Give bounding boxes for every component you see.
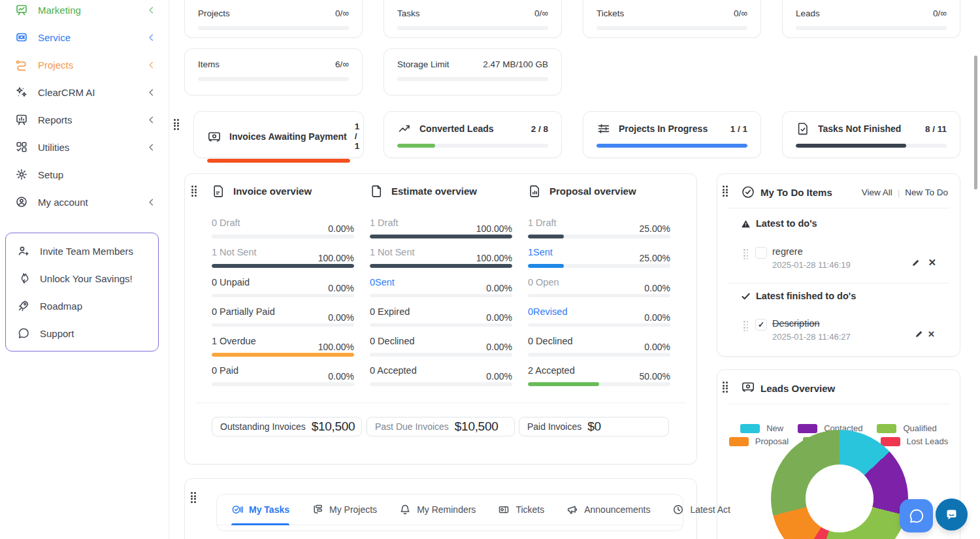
- new-todo-link[interactable]: New To Do: [905, 188, 948, 197]
- todo-checkbox-checked[interactable]: ✓: [755, 319, 767, 331]
- usage-card-value: 0/∞: [734, 8, 747, 18]
- overview-title: Invoice overview: [233, 186, 312, 197]
- overview-row-label: 0 Declined: [370, 336, 415, 346]
- todo-item-date: 2025-01-28 11:46:19: [772, 260, 851, 270]
- overview-row-pct: 100.00%: [318, 342, 354, 352]
- usage-card-items: Items6/∞: [184, 48, 363, 95]
- overview-row-pct: 50.00%: [640, 371, 670, 382]
- legend-item: Proposal: [729, 436, 789, 446]
- overview-row-pct: 0.00%: [644, 342, 670, 352]
- usage-card-label: Storage Limit: [397, 59, 449, 69]
- tab-my-tasks[interactable]: My Tasks: [231, 495, 289, 525]
- sidebar-item-reports[interactable]: Reports: [14, 106, 169, 133]
- chevron-left-icon: [146, 32, 157, 42]
- kpi-card-converted-leads: Converted Leads 2 / 8: [384, 111, 562, 158]
- leads-panel-drag-handle[interactable]: [723, 382, 728, 393]
- sidebar-item-label: ClearCRM AI: [38, 87, 137, 98]
- overview-row-link[interactable]: 0Revised: [528, 306, 567, 317]
- overview-row: 0 Accepted 0.00%: [370, 365, 512, 395]
- overview-row-link[interactable]: 0Sent: [370, 277, 395, 287]
- tab-my-reminders[interactable]: My Reminders: [399, 495, 476, 525]
- sidebar-item-projects[interactable]: Projects: [14, 51, 169, 78]
- roadmap-link[interactable]: Roadmap: [16, 292, 158, 319]
- todo-item-actions: ✕: [911, 257, 936, 267]
- todo-item-actions: ✕: [915, 329, 935, 338]
- overview-row-label: 0 Accepted: [370, 365, 417, 376]
- todo-checkbox[interactable]: [755, 247, 767, 259]
- overview-row-link[interactable]: 1Sent: [528, 247, 553, 257]
- sidebar-item-setup[interactable]: Setup: [14, 161, 169, 188]
- panel-divider: [728, 404, 949, 404]
- overview-row-pct: 0.00%: [486, 283, 512, 293]
- pill-label: Paid Invoices: [527, 421, 581, 432]
- overview-panel-drag-handle[interactable]: [191, 186, 197, 197]
- overview-row: 1 Not Sent 100.00%: [212, 247, 354, 276]
- progress-fill: [207, 159, 350, 163]
- tab-tickets[interactable]: Tickets: [498, 495, 544, 525]
- legend-swatch: [798, 424, 817, 433]
- legend-swatch: [729, 437, 749, 446]
- outstanding-invoices-pill: Outstanding Invoices $10,500: [212, 417, 362, 436]
- ticket-icon: [498, 504, 510, 515]
- view-all-link[interactable]: View All: [862, 188, 892, 197]
- panel-divider: [195, 402, 686, 403]
- edit-pencil-icon[interactable]: [911, 258, 921, 267]
- tabs-panel: My Tasks My Projects My Reminders Ticket…: [184, 478, 697, 539]
- tab-label: Tickets: [515, 504, 544, 515]
- warning-icon: [741, 219, 751, 229]
- messenger-button[interactable]: [936, 498, 968, 531]
- sidebar-item-my-account[interactable]: My account: [14, 188, 169, 216]
- tab-my-projects[interactable]: My Projects: [312, 495, 377, 525]
- progress-track: [796, 26, 947, 30]
- chevron-left-icon: [146, 197, 157, 207]
- paid-invoices-pill: Paid Invoices $0: [519, 417, 669, 436]
- kpi-row-drag-handle[interactable]: [174, 119, 180, 131]
- tabs-panel-drag-handle[interactable]: [191, 492, 197, 504]
- panel-divider: [728, 208, 949, 208]
- sidebar-item-label: Service: [38, 32, 137, 43]
- delete-x-icon[interactable]: ✕: [928, 330, 935, 338]
- todo-item-drag-handle[interactable]: [743, 321, 749, 333]
- progress-track: [596, 144, 747, 148]
- promo-item-label: Unlock Your Savings!: [40, 273, 150, 284]
- overview-row-label: 0 Paid: [212, 365, 238, 376]
- sidebar-item-marketing[interactable]: Marketing: [14, 0, 169, 24]
- overview-row-label: 1 Overdue: [212, 336, 256, 346]
- utilities-icon: [14, 140, 29, 154]
- usage-card-leads: Leads0/∞: [782, 0, 960, 38]
- todo-item-drag-handle[interactable]: [743, 249, 749, 261]
- tab-latest-activity[interactable]: Latest Act: [672, 495, 730, 525]
- chat-bubble-filled-icon: [943, 506, 960, 523]
- kpi-card-invoices-awaiting-payment: Invoices Awaiting Payment 1 / 1: [193, 111, 364, 158]
- unlock-savings-link[interactable]: Unlock Your Savings!: [16, 265, 158, 292]
- vertical-scrollbar-thumb[interactable]: [974, 56, 977, 189]
- todo-panel-drag-handle[interactable]: [723, 186, 728, 197]
- overview-row: 0 Partially Paid 0.00%: [212, 306, 354, 336]
- overview-row: 1 Draft 100.00%: [370, 218, 512, 247]
- progress-track: [207, 159, 350, 163]
- tab-label: Announcements: [584, 504, 650, 515]
- delete-x-icon[interactable]: ✕: [928, 257, 936, 267]
- bell-icon: [399, 504, 411, 515]
- sidebar-item-utilities[interactable]: Utilities: [14, 133, 169, 161]
- overview-row: 0Revised 0.00%: [528, 306, 670, 336]
- invite-team-members-link[interactable]: Invite Team Members: [16, 237, 158, 265]
- tab-announcements[interactable]: Announcements: [566, 495, 650, 525]
- overview-row-pct: 0.00%: [644, 312, 670, 323]
- sidebar-item-service[interactable]: Service: [14, 24, 169, 51]
- task-document-icon: [796, 122, 810, 136]
- gear-icon: [14, 167, 29, 182]
- chat-widget-button[interactable]: [900, 499, 933, 532]
- chat-bubble-icon: [16, 326, 31, 340]
- tab-label: My Tasks: [249, 504, 289, 515]
- kpi-card-projects-in-progress: Projects In Progress 1 / 1: [583, 111, 761, 158]
- overview-panel: Invoice overview 0 Draft 0.00% 1 Not Sen…: [184, 173, 697, 465]
- finished-todos-section-title: Latest finished to do's: [741, 291, 856, 301]
- support-link[interactable]: Support: [16, 319, 158, 347]
- overview-title: Estimate overview: [391, 186, 477, 197]
- usage-card-value: 0/∞: [933, 8, 947, 18]
- project-list-icon: [312, 504, 323, 515]
- sidebar-item-clearcrm-ai[interactable]: ClearCRM AI: [14, 78, 169, 106]
- edit-pencil-icon[interactable]: [915, 329, 924, 338]
- overview-row-pct: 0.00%: [328, 371, 354, 382]
